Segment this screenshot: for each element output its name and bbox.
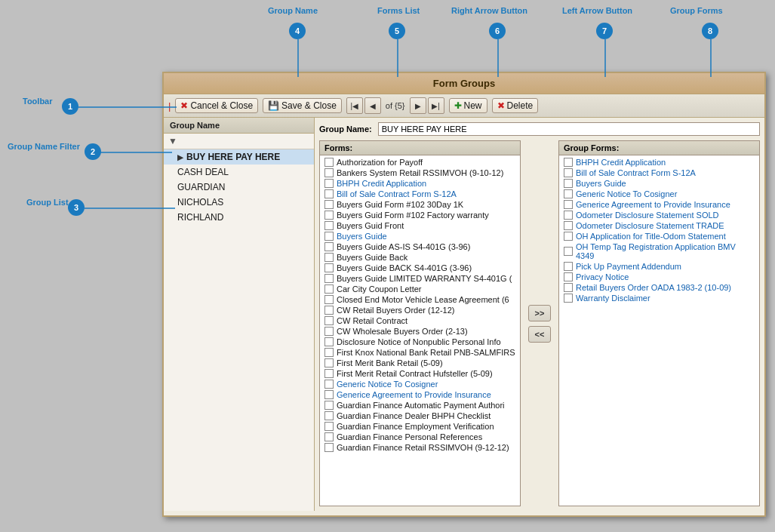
form-checkbox[interactable]: [324, 411, 334, 420]
group-item-guardian[interactable]: GUARDIAN: [164, 180, 314, 195]
form-checkbox[interactable]: [324, 263, 334, 272]
form-item[interactable]: Car City Coupon Letter: [321, 284, 518, 294]
form-item[interactable]: Guardian Finance Personal References: [321, 432, 518, 442]
form-checkbox[interactable]: [564, 232, 573, 241]
form-item[interactable]: Buyers Guid Form #102 Factory warranty: [321, 210, 518, 220]
form-item[interactable]: Buyers Guide Back: [321, 252, 518, 263]
form-item[interactable]: Buyers Guide AS-IS S4-401G (3-96): [321, 241, 518, 252]
form-item[interactable]: Buyers Guide LIMITED WARRANTY S4-401G (: [321, 273, 518, 284]
form-checkbox[interactable]: [564, 211, 573, 220]
left-arrow-button[interactable]: <<: [528, 326, 551, 343]
new-button[interactable]: ✚ New: [449, 98, 487, 113]
group-item-cash-deal[interactable]: CASH DEAL: [164, 165, 314, 180]
form-item[interactable]: First Merit Bank Retail (5-09): [321, 358, 518, 368]
form-checkbox[interactable]: [324, 432, 334, 441]
form-checkbox[interactable]: [324, 253, 334, 262]
form-checkbox[interactable]: [564, 189, 573, 198]
form-checkbox[interactable]: [564, 168, 573, 177]
form-checkbox[interactable]: [564, 272, 573, 281]
group-form-item[interactable]: Generic Notice To Cosigner: [561, 189, 758, 199]
group-form-item[interactable]: OH Temp Tag Registration Application BMV…: [561, 241, 758, 261]
form-checkbox[interactable]: [324, 316, 334, 325]
form-checkbox[interactable]: [564, 294, 573, 303]
group-form-item[interactable]: BHPH Credit Application: [561, 157, 758, 168]
form-item[interactable]: Buyers Guide BACK S4-401G (3-96): [321, 263, 518, 273]
form-checkbox[interactable]: [324, 242, 334, 251]
group-name-input[interactable]: [378, 122, 760, 136]
group-form-item[interactable]: Buyers Guide: [561, 178, 758, 189]
form-item[interactable]: Bill of Sale Contract Form S-12A: [321, 189, 518, 199]
form-item[interactable]: Disclosure Notice of Nonpublic Personal …: [321, 337, 518, 347]
form-checkbox[interactable]: [324, 327, 334, 336]
form-checkbox[interactable]: [324, 401, 334, 410]
form-item[interactable]: Authorization for Payoff: [321, 157, 518, 168]
form-checkbox[interactable]: [324, 337, 334, 346]
form-checkbox[interactable]: [324, 189, 334, 198]
nav-first-button[interactable]: |◀: [346, 97, 363, 114]
form-item[interactable]: Buyers Guide: [321, 231, 518, 241]
cancel-close-button[interactable]: ✖ Cancel & Close: [175, 98, 258, 113]
form-checkbox[interactable]: [564, 200, 573, 209]
form-item[interactable]: Bankers System Retail RSSIMVOH (9-10-12): [321, 168, 518, 178]
form-checkbox[interactable]: [564, 262, 573, 271]
form-checkbox[interactable]: [564, 247, 573, 256]
forms-list[interactable]: Authorization for Payoff Bankers System …: [320, 155, 520, 506]
form-checkbox[interactable]: [564, 283, 573, 292]
form-checkbox[interactable]: [324, 158, 334, 167]
group-item-richland[interactable]: RICHLAND: [164, 210, 314, 225]
form-checkbox[interactable]: [324, 369, 334, 378]
form-checkbox[interactable]: [324, 358, 334, 367]
form-checkbox[interactable]: [324, 284, 334, 294]
form-checkbox[interactable]: [564, 221, 573, 230]
form-item[interactable]: Buyers Guid Form #102 30Day 1K: [321, 199, 518, 210]
group-form-item[interactable]: Warranty Disclaimer: [561, 293, 758, 303]
form-item[interactable]: Guardian Finance Retail RSSIMVOH (9-12-1…: [321, 442, 518, 453]
group-item-nicholas[interactable]: NICHOLAS: [164, 195, 314, 210]
form-item[interactable]: Guardian Finance Automatic Payment Autho…: [321, 400, 518, 411]
form-item[interactable]: BHPH Credit Application: [321, 178, 518, 189]
form-checkbox[interactable]: [324, 390, 334, 399]
group-form-item[interactable]: OH Application for Title-Odom Statement: [561, 231, 758, 241]
nav-prev-button[interactable]: ◀: [364, 97, 381, 114]
form-checkbox[interactable]: [324, 422, 334, 431]
form-item[interactable]: CW Wholesale Buyers Order (2-13): [321, 326, 518, 337]
form-item[interactable]: Guardian Finance Dealer BHPH Checklist: [321, 411, 518, 421]
form-item[interactable]: Generice Agreement to Provide Insurance: [321, 389, 518, 400]
form-item[interactable]: Guardian Finance Employment Verification: [321, 421, 518, 432]
form-item[interactable]: Generic Notice To Cosigner: [321, 379, 518, 389]
form-checkbox[interactable]: [324, 221, 334, 230]
nav-next-button[interactable]: ▶: [410, 97, 426, 114]
form-item[interactable]: CW Retail Contract: [321, 315, 518, 326]
group-form-item[interactable]: Generice Agreement to Provide Insurance: [561, 199, 758, 210]
group-form-item[interactable]: Pick Up Payment Addendum: [561, 261, 758, 272]
form-item[interactable]: First Knox National Bank Retail PNB-SALM…: [321, 347, 518, 358]
form-checkbox[interactable]: [564, 179, 573, 188]
group-form-item[interactable]: Odometer Disclosure Statement TRADE: [561, 220, 758, 231]
group-form-item[interactable]: Odometer Disclosure Statement SOLD: [561, 210, 758, 220]
group-forms-list[interactable]: BHPH Credit Application Bill of Sale Con…: [559, 155, 759, 506]
group-item-buy-here-pay-here[interactable]: ▶ BUY HERE PAY HERE: [164, 149, 314, 165]
group-form-item[interactable]: Privacy Notice: [561, 272, 758, 282]
form-checkbox[interactable]: [564, 158, 573, 167]
form-checkbox[interactable]: [324, 168, 334, 177]
nav-last-button[interactable]: ▶|: [428, 97, 444, 114]
group-form-item[interactable]: Bill of Sale Contract Form S-12A: [561, 168, 758, 178]
group-form-item[interactable]: Retail Buyers Order OADA 1983-2 (10-09): [561, 282, 758, 293]
save-close-button[interactable]: 💾 Save & Close: [263, 98, 342, 113]
form-checkbox[interactable]: [324, 211, 334, 220]
right-arrow-button[interactable]: >>: [528, 305, 551, 321]
form-checkbox[interactable]: [324, 179, 334, 188]
form-checkbox[interactable]: [324, 443, 334, 452]
form-checkbox[interactable]: [324, 380, 334, 389]
form-item[interactable]: First Merit Retail Contract Hufsteller (…: [321, 368, 518, 379]
form-checkbox[interactable]: [324, 306, 334, 315]
form-checkbox[interactable]: [324, 232, 334, 241]
group-list[interactable]: ▶ BUY HERE PAY HERE CASH DEAL GUARDIAN N…: [164, 149, 314, 511]
form-item[interactable]: Buyers Guid Front: [321, 220, 518, 231]
form-checkbox[interactable]: [324, 295, 334, 304]
form-checkbox[interactable]: [324, 274, 334, 283]
form-checkbox[interactable]: [324, 348, 334, 357]
form-item[interactable]: CW Retail Buyers Order (12-12): [321, 305, 518, 315]
form-checkbox[interactable]: [324, 200, 334, 209]
form-item[interactable]: Closed End Motor Vehicle Lease Agreement…: [321, 294, 518, 305]
